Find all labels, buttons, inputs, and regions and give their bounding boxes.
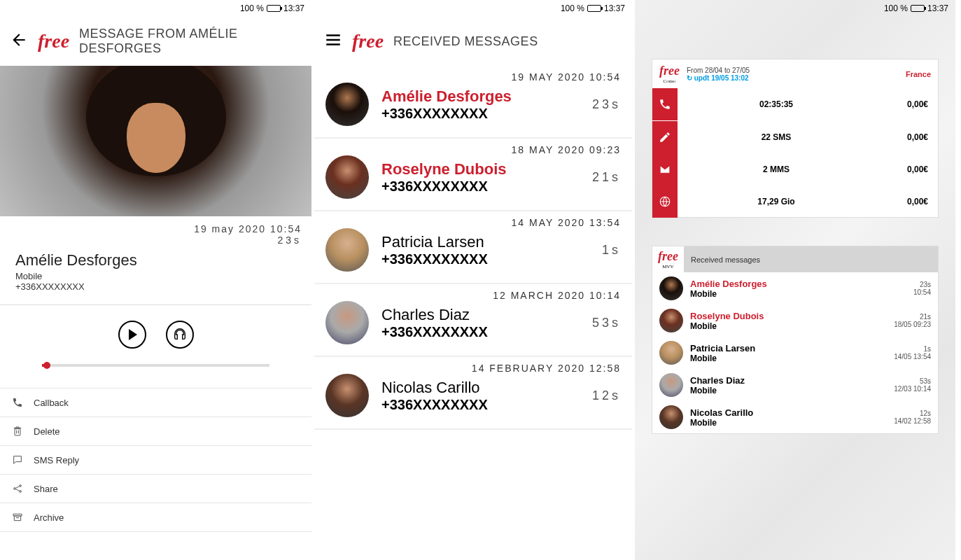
back-arrow-icon[interactable] xyxy=(10,31,28,52)
play-icon xyxy=(129,329,137,340)
svg-point-2 xyxy=(20,491,22,493)
message-item[interactable]: 18 MAY 2020 09:23 Roselyne Dubois +336XX… xyxy=(314,139,632,211)
share-button[interactable]: Share xyxy=(0,474,311,503)
avatar xyxy=(325,374,369,417)
conso-card: freeConso From 28/04 to 27/05 ↻ updt 19/… xyxy=(652,59,939,218)
message-date: 14 FEBRUARY 2020 12:58 xyxy=(472,363,621,374)
phone-icon xyxy=(11,396,24,409)
battery-icon xyxy=(587,5,601,12)
share-icon xyxy=(11,482,24,495)
conso-value: 22 SMS xyxy=(678,132,875,142)
callback-button[interactable]: Callback xyxy=(0,388,311,416)
message-row[interactable]: Patricia Larsen Mobile 1s14/05 13:54 xyxy=(652,337,938,369)
clock: 13:37 xyxy=(283,4,304,13)
message-name: Charles Diaz xyxy=(381,306,580,324)
message-row[interactable]: Nicolas Carillo Mobile 12s14/02 12:58 xyxy=(652,401,938,433)
globe-icon xyxy=(652,186,678,218)
conso-value: 2 MMS xyxy=(678,164,875,174)
message-name: Amélie Desforges xyxy=(690,279,906,289)
message-number: +336XXXXXXXX xyxy=(381,324,580,340)
conso-updated: ↻ updt 19/05 13:02 xyxy=(687,74,899,82)
clock: 13:37 xyxy=(927,4,948,13)
brand-logo-small: freeConso xyxy=(659,64,680,84)
message-name: Nicolas Carillo xyxy=(690,407,887,418)
conso-cost: 0,00€ xyxy=(875,197,938,206)
action-label: SMS Reply xyxy=(34,455,79,465)
menu-icon[interactable] xyxy=(324,31,342,52)
message-meta: 1s14/05 13:54 xyxy=(894,345,931,360)
action-label: Archive xyxy=(34,512,64,523)
svg-point-1 xyxy=(20,485,22,487)
message-meta: 12s14/02 12:58 xyxy=(894,410,931,425)
message-duration: 21s xyxy=(592,170,621,185)
message-datetime: 19 may 2020 10:54 xyxy=(0,216,311,234)
message-item[interactable]: 14 FEBRUARY 2020 12:58 Nicolas Carillo +… xyxy=(314,357,632,430)
message-duration: 23s xyxy=(592,97,621,112)
message-number: +336XXXXXXXX xyxy=(381,251,589,267)
message-row[interactable]: Charles Diaz Mobile 53s12/03 10:14 xyxy=(652,369,938,401)
contact-name: Amélie Desforges xyxy=(0,251,311,270)
message-item[interactable]: 12 MARCH 2020 10:14 Charles Diaz +336XXX… xyxy=(314,284,632,357)
action-label: Delete xyxy=(34,426,60,437)
clock: 13:37 xyxy=(604,4,625,13)
playback-slider[interactable] xyxy=(42,364,269,367)
battery-pct: 100 % xyxy=(884,4,908,13)
headphones-icon xyxy=(172,327,188,342)
status-bar: 100 % 13:37 xyxy=(635,0,955,17)
conso-value: 17,29 Gio xyxy=(678,197,875,206)
action-label: Share xyxy=(34,484,58,494)
page-title: RECEIVED MESSAGES xyxy=(393,34,538,49)
page-title: MESSAGE FROM AMÉLIE DESFORGES xyxy=(79,27,302,56)
message-name: Amélie Desforges xyxy=(381,88,580,106)
conso-row[interactable]: 22 SMS 0,00€ xyxy=(652,120,938,153)
message-meta: 23s10:54 xyxy=(913,281,931,296)
battery-icon xyxy=(267,5,281,12)
conso-value: 02:35:35 xyxy=(678,99,875,109)
conso-cost: 0,00€ xyxy=(875,99,938,109)
message-type: Mobile xyxy=(690,418,887,428)
conso-row[interactable]: 2 MMS 0,00€ xyxy=(652,153,938,185)
status-bar: 100 % 13:37 xyxy=(0,0,311,17)
message-row[interactable]: Amélie Desforges Mobile 23s10:54 xyxy=(652,272,938,304)
avatar xyxy=(659,341,683,365)
avatar xyxy=(325,228,369,272)
message-row[interactable]: Roselyne Dubois Mobile 21s18/05 09:23 xyxy=(652,304,938,337)
sms-reply-button[interactable]: SMS Reply xyxy=(0,445,311,474)
message-date: 18 MAY 2020 09:23 xyxy=(512,144,621,155)
message-item[interactable]: 14 MAY 2020 13:54 Patricia Larsen +336XX… xyxy=(314,211,632,284)
conso-country[interactable]: France xyxy=(906,70,931,78)
message-type: Mobile xyxy=(690,354,887,363)
avatar xyxy=(659,309,683,332)
battery-pct: 100 % xyxy=(240,4,264,13)
play-button[interactable] xyxy=(118,321,146,349)
battery-pct: 100 % xyxy=(561,4,584,13)
message-name: Patricia Larsen xyxy=(690,343,887,354)
conso-row[interactable]: 02:35:35 0,00€ xyxy=(652,88,938,120)
message-icon xyxy=(11,454,24,466)
message-type: Mobile xyxy=(690,321,887,331)
message-type: Mobile xyxy=(690,386,887,396)
avatar xyxy=(659,405,683,429)
messages-card: freeMVV Received messages Amélie Desforg… xyxy=(652,246,939,434)
message-duration: 1s xyxy=(602,243,621,258)
status-bar: 100 % 13:37 xyxy=(314,0,632,17)
conso-row[interactable]: 17,29 Gio 0,00€ xyxy=(652,185,938,217)
battery-icon xyxy=(911,5,925,12)
pencil-icon xyxy=(652,121,678,153)
brand-logo: free xyxy=(352,30,384,52)
delete-button[interactable]: Delete xyxy=(0,416,311,445)
message-date: 14 MAY 2020 13:54 xyxy=(512,217,621,228)
speaker-button[interactable] xyxy=(166,321,194,349)
message-name: Roselyne Dubois xyxy=(381,160,580,178)
message-item[interactable]: 19 MAY 2020 10:54 Amélie Desforges +336X… xyxy=(314,66,632,139)
message-number: +336XXXXXXXX xyxy=(381,106,580,122)
message-date: 19 MAY 2020 10:54 xyxy=(512,71,621,83)
phone-icon xyxy=(652,88,678,120)
avatar xyxy=(659,373,683,397)
contact-photo xyxy=(0,66,311,216)
archive-button[interactable]: Archive xyxy=(0,503,311,532)
message-duration: 12s xyxy=(592,388,621,403)
message-number: +336XXXXXXXX xyxy=(381,397,580,413)
conso-period: From 28/04 to 27/05 xyxy=(687,66,899,74)
message-list: 19 MAY 2020 10:54 Amélie Desforges +336X… xyxy=(314,66,632,430)
